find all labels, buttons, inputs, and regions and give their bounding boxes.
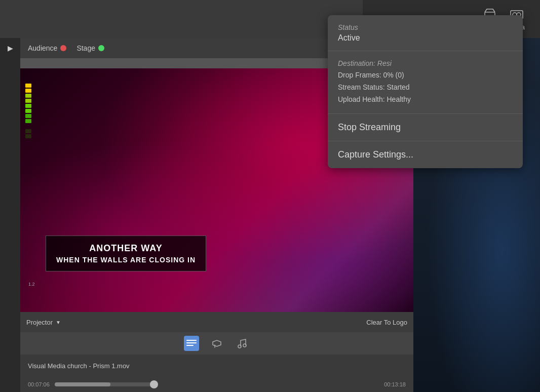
audience-indicator: Audience [28, 44, 66, 52]
destination-label: Destination: Resi [338, 59, 513, 67]
icon-bar [20, 332, 413, 355]
svg-rect-8 [186, 345, 194, 346]
lyric-box: ANOTHER WAY WHEN THE WALLS ARE CLOSING I… [46, 236, 206, 271]
capture-settings-action[interactable]: Capture Settings... [328, 141, 523, 168]
stop-streaming-label: Stop Streaming [338, 122, 401, 132]
capture-settings-label: Capture Settings... [338, 149, 413, 160]
progress-bar-fill [55, 382, 110, 386]
vu-meter: 1.2 [25, 84, 31, 297]
stage-dot-icon [98, 45, 104, 51]
stage-text: Stage [76, 44, 95, 52]
lyric-line2: WHEN THE WALLS ARE CLOSING IN [56, 256, 196, 264]
level-label: 1.2 [28, 282, 35, 287]
destination-section: Destination: Resi Drop Frames: 0% (0) St… [328, 51, 523, 114]
progress-handle[interactable] [150, 380, 158, 388]
progress-area: 00:07:06 00:13:18 [20, 377, 413, 392]
left-sidebar: ▶ [0, 38, 20, 392]
audience-text: Audience [28, 44, 57, 52]
chevron-down-icon: ▼ [56, 320, 61, 325]
sidebar-arrow-icon[interactable]: ▶ [5, 43, 15, 53]
time-end: 00:13:18 [384, 381, 406, 387]
svg-rect-7 [186, 342, 197, 343]
announcement-icon-button[interactable] [209, 336, 224, 351]
audience-dot-icon [60, 45, 66, 51]
lyric-line1: ANOTHER WAY [56, 243, 196, 254]
status-value: Active [338, 33, 513, 43]
status-label: Status [338, 23, 513, 31]
stop-streaming-action[interactable]: Stop Streaming [328, 114, 523, 141]
svg-rect-6 [186, 340, 197, 341]
stage-indicator: Stage [76, 44, 104, 52]
media-item[interactable]: Visual Media church - Prism 1.mov [20, 355, 413, 377]
upload-health-text: Upload Health: Healthy [338, 94, 513, 106]
clear-to-logo-button[interactable]: Clear To Logo [366, 319, 407, 326]
slides-icon-button[interactable] [184, 336, 199, 351]
status-section: Status Active [328, 15, 523, 51]
stream-status-text: Stream Status: Started [338, 82, 513, 94]
projector-label: Projector [26, 319, 53, 326]
drop-frames-text: Drop Frames: 0% (0) [338, 69, 513, 82]
bottom-controls: Projector ▼ Clear To Logo [20, 312, 413, 332]
projector-select[interactable]: Projector ▼ [26, 319, 61, 326]
media-item-title: Visual Media church - Prism 1.mov [28, 362, 130, 370]
music-icon-button[interactable] [235, 336, 250, 351]
progress-bar-track[interactable] [55, 382, 156, 386]
time-start: 00:07:06 [28, 381, 50, 387]
streaming-dropdown: Status Active Destination: Resi Drop Fra… [328, 15, 523, 168]
